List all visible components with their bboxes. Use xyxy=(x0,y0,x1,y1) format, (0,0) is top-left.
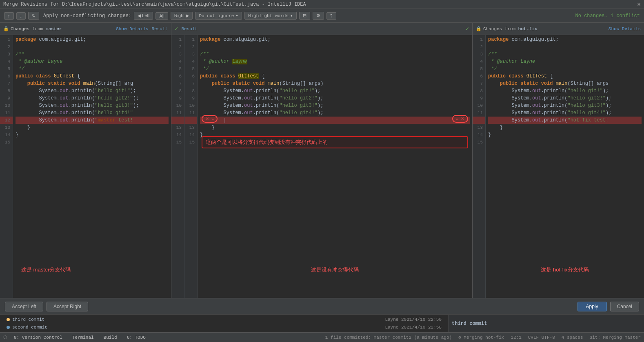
code-line-left-15 xyxy=(16,139,169,146)
code-line-left-4: * @author Layne xyxy=(16,58,169,65)
right-code-text[interactable]: package com.atguigu.git; /** * @author L… xyxy=(486,35,644,298)
checkmark-center-left: ✓ xyxy=(175,25,178,32)
close-icon[interactable]: ✕ xyxy=(637,1,641,8)
code-line-left-6: public class GItTest { xyxy=(16,73,169,80)
left-panel-branch: Changes from master xyxy=(11,26,62,31)
tab-todo[interactable]: 6: TODO xyxy=(124,334,149,341)
commit-dot-1 xyxy=(7,318,10,321)
master-label: 这是 master分支代码 xyxy=(21,266,71,274)
code-line-left-1: package com.atguigu.git; xyxy=(16,36,169,43)
show-details-right[interactable]: Show Details xyxy=(608,26,641,31)
commit-author-1: Layne 2021/4/10 22:59 xyxy=(385,317,442,322)
checkmark-center-right: ✓ xyxy=(466,25,469,32)
tab-build[interactable]: Build xyxy=(100,334,120,341)
bottom-right-buttons: Apply Cancel xyxy=(577,302,639,311)
right-button[interactable]: Right ▶ xyxy=(171,12,193,20)
do-not-ignore-dropdown[interactable]: Do not ignore ▾ xyxy=(195,12,242,20)
left-button[interactable]: ◀ Left xyxy=(134,12,153,20)
merge-header: ↑ ↓ ↻ Apply non-conflicting changes: ◀ L… xyxy=(0,9,644,23)
result-label-left: Result xyxy=(151,26,168,31)
commit-entry-1: third commit Layne 2021/4/10 22:59 xyxy=(3,316,445,324)
file-committed-status: 1 file committed: master commit2 (a minu… xyxy=(325,335,452,340)
branch-status: Git: Merging master xyxy=(590,335,641,340)
title-text: Merge Revisions for D:\IdeaProjects\git-… xyxy=(3,2,306,7)
indent-status: 4 spaces xyxy=(562,335,583,340)
commit-label-2: second commit xyxy=(12,325,385,330)
commit-entry-2: second commit Layne 2021/4/10 22:58 xyxy=(3,324,445,332)
code-line-left-13: } xyxy=(16,124,169,131)
title-bar: Merge Revisions for D:\IdeaProjects\git-… xyxy=(0,0,644,9)
commit-bar: third commit Layne 2021/4/10 22:59 secon… xyxy=(0,314,644,332)
cancel-button[interactable]: Cancel xyxy=(610,302,639,311)
center-panel: ✓ Result ✓ 1 2 3 4 5 6 7 8 9 10 xyxy=(171,23,473,298)
highlight-words-button[interactable]: Highlight words ▾ xyxy=(244,12,297,20)
right-line-numbers: 1 2 3 4 5 6 7 8 9 10 11 13 14 15 xyxy=(473,35,486,298)
commit-label-1: third commit xyxy=(12,317,385,322)
hotfix-label: 这是 hot-fix分支代码 xyxy=(541,266,588,274)
right-panel-header: 🔒 Changes from hot-fix Show Details xyxy=(473,23,644,35)
left-code-area: 1 2 3 4 5 6 7 8 9 10 11 12 13 14 15 xyxy=(0,35,171,298)
accept-right-arrow-button[interactable]: « xyxy=(455,117,459,121)
code-line-left-8: System.out.println("hello git!"); xyxy=(16,87,169,95)
columns-icon-button[interactable]: ⊟ xyxy=(299,12,310,20)
bottom-action-bar: Accept Left Accept Right Apply Cancel xyxy=(0,298,644,314)
reject-left-button[interactable]: ✕ xyxy=(204,116,210,121)
lock-icon-left: 🔒 xyxy=(3,26,9,31)
code-line-left-9: System.out.println("hello git2!"); xyxy=(16,95,169,102)
commit-right-label: third commit xyxy=(452,321,487,327)
code-line-left-14: } xyxy=(16,131,169,139)
accept-right-button[interactable]: Accept Right xyxy=(47,302,88,311)
center-line-numbers-right: 1 2 3 4 5 6 7 8 9 10 11 13 14 15 xyxy=(184,35,198,298)
conflict-left-btns[interactable]: ✕ » xyxy=(202,115,218,123)
vc-tab-bar: ⬡ 9: Version Control Terminal Build 6: T… xyxy=(0,332,644,342)
code-line-left-11: System.out.println("hello git4!" xyxy=(16,109,169,117)
code-line-left-2 xyxy=(16,43,169,51)
help-button[interactable]: ? xyxy=(326,12,336,20)
merging-status: ⚙ Merging hot-fix xyxy=(458,335,504,340)
lock-icon-right: 🔒 xyxy=(476,26,482,31)
apply-non-conflicting-label: Apply non-conflicting changes: xyxy=(43,13,131,19)
annotation-box-center: 这两个是可以将分支得代码变到没有冲突得代码上的 xyxy=(202,136,468,148)
accept-left-button[interactable]: Accept Left xyxy=(5,302,43,311)
center-code-text[interactable]: package com.atguigu.git; /** * @author L… xyxy=(198,35,472,298)
gear-icon-button[interactable]: ⚙ xyxy=(313,12,324,20)
center-panel-header: ✓ Result ✓ xyxy=(171,23,472,35)
commit-author-2: Layne 2021/4/10 22:58 xyxy=(385,325,442,330)
left-panel-header: 🔒 Changes from master Show Details Resul… xyxy=(0,23,171,35)
left-code-text[interactable]: package com.atguigu.git; /** * @author L… xyxy=(13,35,171,298)
left-line-numbers: 1 2 3 4 5 6 7 8 9 10 11 12 13 14 15 xyxy=(0,35,13,298)
line-col-status: 12:1 xyxy=(511,335,521,340)
code-line-left-7: public static void main(String[] arg xyxy=(16,80,169,87)
code-line-left-12: System.out.println("master test! xyxy=(16,117,169,124)
bottom-left-buttons: Accept Left Accept Right xyxy=(5,302,88,311)
tab-version-control[interactable]: 9: Version Control xyxy=(11,334,66,341)
encoding-status: CRLF UTF-8 xyxy=(528,335,555,340)
chevron-down-icon-2: ▾ xyxy=(290,13,293,18)
panels-container: 🔒 Changes from master Show Details Resul… xyxy=(0,23,644,298)
reject-right-button[interactable]: ✕ xyxy=(460,116,465,121)
right-panel-branch: Changes from hot-fix xyxy=(483,26,537,31)
left-panel: 🔒 Changes from master Show Details Resul… xyxy=(0,23,171,298)
vc-icon: ⬡ xyxy=(3,335,7,340)
center-result-label: Result xyxy=(181,26,198,31)
right-panel: 🔒 Changes from hot-fix Show Details 1 2 … xyxy=(473,23,644,298)
conflict-right-btns[interactable]: « ✕ xyxy=(452,115,468,123)
no-changes-status: No changes. 1 conflict xyxy=(575,13,640,19)
tab-terminal[interactable]: Terminal xyxy=(69,334,97,341)
accept-left-arrow-button[interactable]: » xyxy=(211,117,215,121)
apply-button[interactable]: Apply xyxy=(577,302,607,311)
nav-up-button[interactable]: ↑ xyxy=(4,12,14,20)
show-details-left[interactable]: Show Details xyxy=(116,26,148,31)
commit-right-area: third commit xyxy=(448,315,644,332)
nav-down-button[interactable]: ↓ xyxy=(16,12,26,20)
all-button[interactable]: All xyxy=(155,12,168,20)
status-info: 1 file committed: master commit2 (a minu… xyxy=(325,335,641,340)
chevron-down-icon: ▾ xyxy=(235,13,238,18)
commit-dot-2 xyxy=(7,326,10,329)
nav-refresh-button[interactable]: ↻ xyxy=(28,12,39,20)
code-line-left-5: */ xyxy=(16,65,169,73)
center-label: 这是没有冲突得代码 xyxy=(311,266,359,274)
conflict-buttons-left[interactable]: ✕ » xyxy=(202,115,218,123)
conflict-buttons-right[interactable]: « ✕ xyxy=(452,115,468,123)
center-line-numbers-left: 1 2 3 4 5 6 7 8 9 10 11 13 14 15 xyxy=(171,35,184,298)
